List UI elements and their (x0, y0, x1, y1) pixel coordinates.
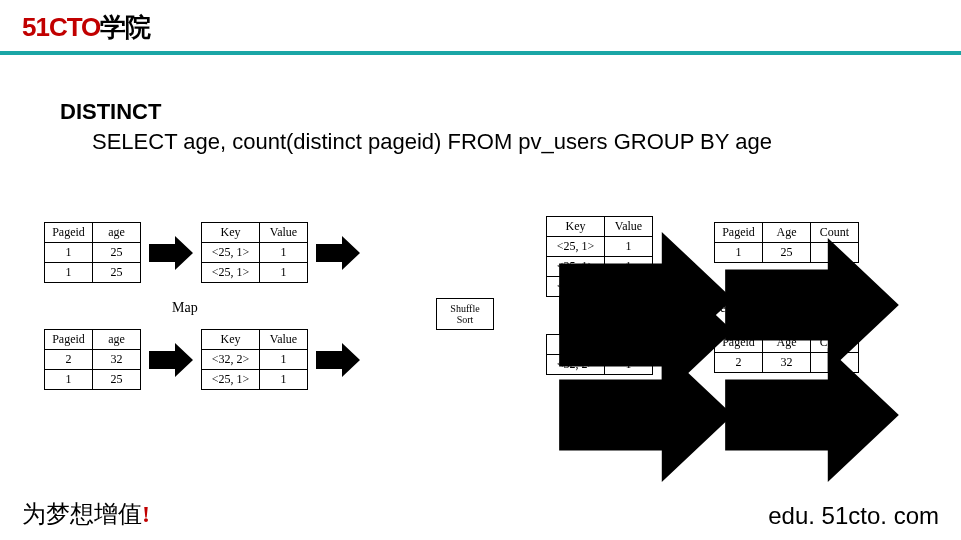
arrow-icon (147, 341, 195, 379)
output-table-2-wrap: PageidAgeCount 2321 (714, 332, 859, 373)
kv-table-2: KeyValue <32, 2>1 <25, 1>1 (201, 329, 308, 390)
footer-domain: edu. 51cto. com (768, 502, 939, 530)
section-title: DISTINCT (60, 99, 901, 125)
shuffled-table-2-wrap: KeyValue <32, 2>1 (546, 334, 653, 375)
footer: 为梦想增值! edu. 51cto. com (0, 498, 961, 530)
shuffle-box: Shuffle Sort (436, 298, 494, 330)
arrow-icon (662, 340, 710, 378)
arrow-icon (314, 341, 362, 379)
output-table-2: PageidAgeCount 2321 (714, 332, 859, 373)
sql-statement: SELECT age, count(distinct pageid) FROM … (60, 129, 901, 155)
slogan-bang: ! (142, 501, 150, 527)
brand-part-2: 学院 (100, 12, 150, 42)
input-table-1: Pageidage 125 125 (44, 222, 141, 283)
output-table-1: PageidAgeCount 1251 (714, 222, 859, 263)
shuffle-label-2: Sort (437, 314, 493, 325)
slogan: 为梦想增值! (22, 498, 150, 530)
arrow-icon (147, 234, 195, 272)
header: 51CTO学院 (0, 0, 961, 45)
slide: 51CTO学院 DISTINCT SELECT age, count(disti… (0, 0, 961, 540)
kv-table-1: KeyValue <25, 1>1 <25, 1>1 (201, 222, 308, 283)
shuffled-table-1-wrap: KeyValue <25, 1>1 <25, 1>1 <25, 1>1 (546, 216, 653, 297)
shuffled-table-1: KeyValue <25, 1>1 <25, 1>1 <25, 1>1 (546, 216, 653, 297)
mapreduce-diagram: Map Reduce Shuffle Sort Pageidage 125 12… (44, 222, 924, 390)
output-table-1-wrap: PageidAgeCount 1251 (714, 222, 859, 263)
brand-part-1: 51CTO (22, 12, 100, 42)
arrow-icon (496, 256, 544, 294)
arrow-icon (496, 340, 544, 378)
brand-logo: 51CTO学院 (22, 10, 961, 45)
shuffle-label-1: Shuffle (437, 303, 493, 314)
input-table-2: Pageidage 232 125 (44, 329, 141, 390)
map-label: Map (172, 300, 198, 316)
shuffled-table-2: KeyValue <32, 2>1 (546, 334, 653, 375)
slogan-text: 为梦想增值 (22, 501, 142, 527)
arrow-icon (662, 230, 710, 268)
arrow-icon (314, 234, 362, 272)
content: DISTINCT SELECT age, count(distinct page… (0, 55, 961, 155)
